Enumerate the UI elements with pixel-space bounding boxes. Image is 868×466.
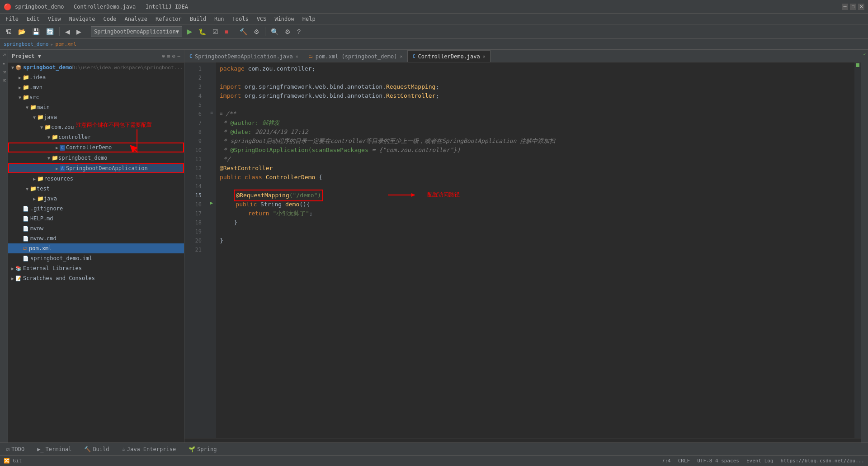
- status-url[interactable]: https://blog.csdn.net/Zou...: [781, 458, 864, 464]
- toolbar-open-icon[interactable]: 📂: [16, 27, 28, 36]
- toolbar-project-icon[interactable]: 🏗: [4, 27, 14, 36]
- tree-item-main[interactable]: ▼ 📁 main: [8, 102, 184, 112]
- tab-close-1[interactable]: ✕: [296, 54, 298, 59]
- code-content[interactable]: package com.zou.controller; import org.s…: [216, 62, 854, 438]
- run-button[interactable]: ▶: [185, 26, 194, 37]
- tree-item-resources[interactable]: ▶ 📁 resources: [8, 174, 184, 184]
- menu-build[interactable]: Build: [186, 15, 210, 23]
- tab-close-3[interactable]: ✕: [483, 54, 486, 59]
- toolbar-back-icon[interactable]: ◀: [63, 27, 72, 36]
- expand-icon[interactable]: ≡: [167, 53, 170, 59]
- status-crlf[interactable]: CRLF: [678, 458, 690, 464]
- menu-vcs[interactable]: VCS: [253, 15, 270, 23]
- sdk-button[interactable]: ⚙: [252, 27, 261, 36]
- structure-icon[interactable]: S: [2, 53, 6, 56]
- menu-window[interactable]: Window: [271, 15, 297, 23]
- spring-tab[interactable]: 🌱 Spring: [186, 444, 219, 454]
- event-log[interactable]: Event Log: [746, 458, 774, 464]
- search-button[interactable]: 🔍: [269, 27, 280, 36]
- menu-edit[interactable]: Edit: [23, 15, 43, 23]
- tree-item-gitignore[interactable]: 📄 .gitignore: [8, 204, 184, 214]
- settings-button[interactable]: ⚙: [283, 27, 292, 36]
- menu-navigate[interactable]: Navigate: [66, 15, 99, 23]
- breadcrumb-springboot[interactable]: springboot_demo: [4, 41, 48, 47]
- tree-item-help[interactable]: 📄 HELP.md: [8, 214, 184, 223]
- help-toolbar-button[interactable]: ?: [295, 27, 302, 36]
- tab-close-2[interactable]: ✕: [400, 54, 402, 59]
- toolbar-sep3: [234, 27, 234, 36]
- breadcrumb-pom[interactable]: pom.xml: [56, 41, 76, 47]
- tree-item-src[interactable]: ▼ 📁 src: [8, 92, 184, 102]
- close-panel-icon[interactable]: −: [177, 53, 180, 59]
- tree-item-idea[interactable]: ▶ 📁 .idea: [8, 72, 184, 82]
- code-token: "小邹太帅了": [273, 209, 309, 218]
- tab-springbootapp[interactable]: C SpringbootDemoApplication.java ✕: [184, 50, 303, 62]
- tree-item-mvn[interactable]: ▶ 📁 .mvn: [8, 82, 184, 92]
- tree-item-springbootapp[interactable]: ▶ A SpringbootDemoApplication: [8, 163, 184, 173]
- toolbar-forward-icon[interactable]: ▶: [75, 27, 83, 36]
- menu-refactor[interactable]: Refactor: [152, 15, 185, 23]
- tree-label-pom: pom.xml: [29, 245, 52, 252]
- build-button[interactable]: 🔨: [238, 27, 249, 36]
- java-enterprise-tab[interactable]: ☕ Java Enterprise: [119, 444, 179, 454]
- code-token: import: [220, 82, 241, 91]
- toolbar-save-icon[interactable]: 💾: [30, 27, 42, 36]
- title-bar-controls[interactable]: ─ □ ✕: [842, 4, 864, 10]
- tab-controllerdemo[interactable]: C ControllerDemo.java ✕: [407, 50, 490, 62]
- gutter-11: [207, 153, 216, 162]
- status-cursor[interactable]: 7:4: [662, 458, 671, 464]
- menu-file[interactable]: File: [2, 15, 22, 23]
- code-line-17: return "小邹太帅了";: [216, 209, 854, 218]
- locate-icon[interactable]: ⊕: [162, 53, 165, 59]
- minimize-button[interactable]: ─: [842, 4, 848, 10]
- close-button[interactable]: ✕: [858, 4, 864, 10]
- stop-button[interactable]: ■: [223, 27, 230, 36]
- run-config-dropdown[interactable]: SpringbootDemoApplication ▼: [91, 26, 182, 37]
- terminal-tab[interactable]: ▶_ Terminal: [34, 444, 74, 454]
- tree-item-scratches[interactable]: ▶ 📝 Scratches and Consoles: [8, 273, 184, 283]
- menu-analyze[interactable]: Analyze: [121, 15, 151, 23]
- tree-item-test[interactable]: ▼ 📁 test: [8, 184, 184, 194]
- horizontal-scrollbar[interactable]: [184, 438, 861, 442]
- todo-tab[interactable]: ☑ TODO: [4, 444, 27, 454]
- code-token: public: [220, 173, 241, 182]
- favorites-icon[interactable]: ★: [2, 61, 6, 66]
- menu-help[interactable]: Help: [299, 15, 319, 23]
- gutter-16-runicon[interactable]: ▶: [207, 198, 216, 207]
- tree-label-help: HELP.md: [30, 215, 53, 222]
- gear-icon[interactable]: ⚙: [172, 53, 175, 59]
- right-scrollbar-panel[interactable]: [854, 62, 861, 438]
- ln-6: 6: [186, 109, 203, 119]
- maximize-button[interactable]: □: [850, 4, 856, 10]
- tree-item-comzou[interactable]: ▼ 📁 com.zou: [8, 122, 184, 132]
- debug-button[interactable]: 🐛: [197, 27, 208, 36]
- maven-icon[interactable]: M: [2, 71, 6, 73]
- tree-item-java[interactable]: ▼ 📁 java: [8, 112, 184, 122]
- code-token: *: [220, 128, 230, 137]
- code-line-19: [216, 227, 854, 236]
- tree-item-java2[interactable]: ▶ 📁 java: [8, 194, 184, 204]
- menu-tools[interactable]: Tools: [229, 15, 252, 23]
- status-git[interactable]: 🔀 Git: [4, 458, 22, 464]
- tree-item-root[interactable]: ▼ 📦 springboot_demo D:\users\idea-worksp…: [8, 62, 184, 72]
- toolbar-reload-icon[interactable]: 🔄: [44, 27, 56, 36]
- web-icon[interactable]: W: [2, 79, 6, 81]
- menu-code[interactable]: Code: [100, 15, 120, 23]
- run-coverage-button[interactable]: ☑: [211, 27, 220, 36]
- status-right: 7:4 CRLF UTF-8 4 spaces Event Log https:…: [662, 458, 864, 464]
- menu-run[interactable]: Run: [211, 15, 228, 23]
- tree-item-mvnw[interactable]: 📄 mvnw: [8, 223, 184, 233]
- tree-item-external[interactable]: ▶ 📚 External Libraries: [8, 263, 184, 273]
- status-encoding[interactable]: UTF-8 4 spaces: [697, 458, 739, 464]
- tree-item-controller-pkg[interactable]: ▼ 📁 controller: [8, 132, 184, 142]
- build-tab[interactable]: 🔨 Build: [81, 444, 112, 454]
- folder-resources-icon: 📁: [37, 176, 44, 182]
- tree-item-pom[interactable]: 🗂 pom.xml: [8, 243, 184, 253]
- tree-item-controllerdemo[interactable]: ▶ C ControllerDemo: [8, 143, 184, 152]
- tree-item-springboot-pkg[interactable]: ▼ 📁 springboot_demo: [8, 153, 184, 163]
- menu-view[interactable]: View: [44, 15, 65, 23]
- tab-pom[interactable]: 🗂 pom.xml (springboot_demo) ✕: [303, 50, 408, 62]
- gutter-5: [207, 99, 216, 108]
- tree-item-mvnwcmd[interactable]: 📄 mvnw.cmd: [8, 233, 184, 243]
- tree-item-iml[interactable]: 📄 springboot_demo.iml: [8, 253, 184, 263]
